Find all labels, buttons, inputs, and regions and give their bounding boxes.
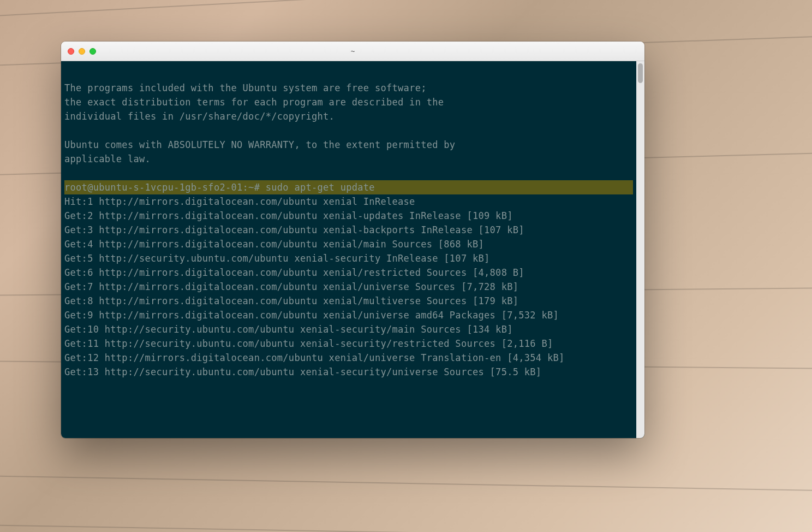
traffic-lights [68,48,96,55]
terminal-output-line: Get:6 http://mirrors.digitalocean.com/ub… [64,265,644,280]
terminal-output-line: Get:9 http://mirrors.digitalocean.com/ub… [64,308,644,322]
terminal-output-line: Get:13 http://security.ubuntu.com/ubuntu… [64,365,644,379]
terminal-intro-line [64,166,644,180]
maximize-button[interactable] [89,48,96,55]
terminal-output-line: Get:2 http://mirrors.digitalocean.com/ub… [64,209,644,223]
terminal-output-line: Get:11 http://security.ubuntu.com/ubuntu… [64,336,644,351]
terminal-content[interactable]: The programs included with the Ubuntu sy… [64,67,644,379]
terminal-prompt-line[interactable]: root@ubuntu-s-1vcpu-1gb-sfo2-01:~# sudo … [64,180,644,194]
terminal-output-line: Get:7 http://mirrors.digitalocean.com/ub… [64,280,644,294]
window-title: ~ [61,47,644,55]
terminal-intro-line [64,123,644,138]
terminal-intro-line: individual files in /usr/share/doc/*/cop… [64,109,644,123]
titlebar[interactable]: ~ [61,42,644,61]
prompt: root@ubuntu-s-1vcpu-1gb-sfo2-01:~# [64,182,266,193]
terminal-output-line: Get:5 http://security.ubuntu.com/ubuntu … [64,251,644,265]
bg-decor-line [0,524,812,532]
terminal-intro-line [64,67,644,81]
scrollbar-track[interactable] [636,61,644,438]
terminal-window: ~ The programs included with the Ubuntu … [61,42,644,438]
terminal-body[interactable]: The programs included with the Ubuntu sy… [61,61,644,438]
terminal-intro-line: the exact distribution terms for each pr… [64,95,644,109]
terminal-intro-line: Ubuntu comes with ABSOLUTELY NO WARRANTY… [64,138,644,152]
terminal-output-line: Hit:1 http://mirrors.digitalocean.com/ub… [64,194,644,209]
minimize-button[interactable] [79,48,85,55]
terminal-output-line: Get:8 http://mirrors.digitalocean.com/ub… [64,294,644,308]
bg-decor-line [0,475,812,505]
terminal-output-line: Get:4 http://mirrors.digitalocean.com/ub… [64,237,644,251]
terminal-intro-line: The programs included with the Ubuntu sy… [64,81,644,95]
scrollbar-thumb[interactable] [638,63,643,83]
terminal-output-line: Get:12 http://mirrors.digitalocean.com/u… [64,351,644,365]
terminal-output-line: Get:10 http://security.ubuntu.com/ubuntu… [64,322,644,336]
bg-decor-line [0,0,812,17]
close-button[interactable] [68,48,74,55]
terminal-output-line: Get:3 http://mirrors.digitalocean.com/ub… [64,223,644,237]
terminal-intro-line: applicable law. [64,152,644,166]
command: sudo apt-get update [266,182,375,193]
